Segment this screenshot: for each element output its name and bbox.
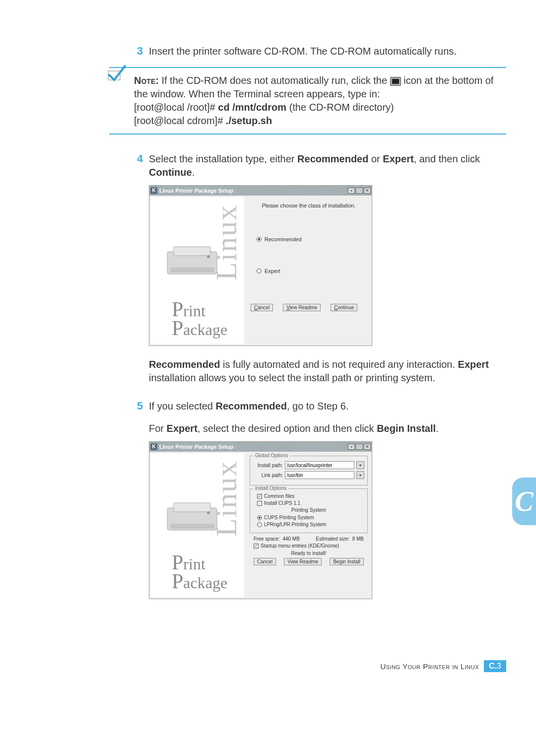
install-path-label: Install path: [253, 463, 283, 468]
step-4-text: Select the installation type, either Rec… [149, 152, 506, 179]
page-number: C.3 [484, 660, 506, 672]
cancel-button[interactable]: Cancel [254, 558, 276, 565]
titlebar-2: K Linux Printer Package Setup ▪ □ ✕ [149, 442, 372, 452]
minimize-icon[interactable]: ▪ [348, 188, 355, 194]
ready-to-install-label: Ready to install! [250, 550, 368, 556]
radio-recommended[interactable]: Recommended [257, 236, 367, 242]
step-3-text: Insert the printer software CD-ROM. The … [149, 45, 457, 58]
side-panel-1: Linux Print Package [151, 197, 244, 344]
main-panel-2: Global Options Install path: ▾ Link path… [246, 452, 372, 599]
page-footer: Using Your Printer in Linux C.3 [380, 660, 506, 672]
step-3-number: 3 [134, 45, 149, 58]
link-path-field[interactable] [285, 471, 354, 479]
view-readme-button[interactable]: View Readme [284, 558, 322, 565]
checkbox-icon [254, 544, 259, 549]
link-path-label: Link path: [253, 473, 283, 478]
maximize-icon[interactable]: □ [356, 444, 363, 450]
window-title-2: Linux Printer Package Setup [159, 444, 233, 450]
checkbox-startup-entries[interactable]: Startup menu entries (KDE/Gnome) [254, 543, 368, 549]
install-path-field[interactable] [285, 461, 354, 469]
view-readme-button[interactable]: View Readme [283, 304, 321, 311]
checkbox-install-cups[interactable]: Install CUPS 1.1 [257, 500, 364, 506]
space-status-row: Free space: 440 MB Estimated size: 8 MB [254, 536, 364, 542]
note-line2-c: (the CD-ROM directory) [286, 102, 394, 113]
svg-rect-3 [171, 268, 214, 273]
note-label: Note: [134, 75, 159, 86]
k-icon: K [150, 443, 157, 450]
chevron-down-icon[interactable]: ▾ [356, 471, 364, 479]
titlebar-1: K Linux Printer Package Setup ▪ □ ✕ [149, 186, 372, 196]
checkbox-common-files[interactable]: Common files [257, 493, 364, 499]
svg-rect-7 [171, 524, 214, 529]
radio-icon [257, 269, 262, 274]
chevron-down-icon[interactable]: ▾ [356, 461, 364, 469]
minimize-icon[interactable]: ▪ [348, 444, 355, 450]
begin-install-button[interactable]: Begin Install [330, 558, 363, 565]
radio-icon-selected [257, 237, 262, 242]
main-panel-1: Please choose the class of installation.… [246, 196, 372, 345]
window-title-1: Linux Printer Package Setup [159, 188, 233, 194]
printing-system-label: Printing System [253, 507, 364, 513]
note-text-a: If the CD-ROM does not automatically run… [159, 75, 390, 86]
cancel-button[interactable]: Cancel [251, 304, 273, 311]
svg-point-8 [207, 511, 210, 514]
recommended-expert-explain: Recommended is fully automated and is no… [149, 358, 506, 385]
terminal-icon [390, 77, 401, 86]
step-5-text: If you selected Recommended, go to Step … [149, 400, 439, 435]
global-options-fieldset: Global Options Install path: ▾ Link path… [250, 456, 368, 485]
install-options-fieldset: Install Options Common files Install CUP… [250, 488, 368, 533]
step-5-number: 5 [134, 400, 149, 435]
print-package-watermark: Print Package [172, 553, 227, 591]
radio-lprng-printing-system[interactable]: LPRng/LPR Printing System [257, 522, 364, 527]
checkbox-icon [257, 494, 262, 499]
install-options-legend: Install Options [253, 485, 288, 491]
radio-icon-selected [257, 515, 262, 520]
radio-expert[interactable]: Expert [257, 268, 367, 274]
print-package-watermark: Print Package [172, 300, 227, 338]
setup-window-2: K Linux Printer Package Setup ▪ □ ✕ Linu… [149, 441, 372, 599]
note-checkmark-icon [105, 64, 127, 86]
radio-icon [257, 522, 262, 527]
note-line2-b: cd /mnt/cdrom [218, 102, 286, 113]
svg-point-4 [207, 255, 210, 258]
k-icon: K [150, 187, 157, 194]
svg-rect-2 [174, 247, 210, 256]
side-panel-2: Linux Print Package [151, 453, 244, 597]
maximize-icon[interactable]: □ [356, 188, 363, 194]
checkbox-icon [257, 501, 262, 506]
note-line3-b: ./setup.sh [226, 115, 272, 126]
close-icon[interactable]: ✕ [364, 444, 371, 450]
note-box: Note: If the CD-ROM does not automatical… [109, 67, 506, 135]
step-4-number: 4 [134, 152, 149, 179]
note-line2-a: [root@local /root]# [134, 102, 218, 113]
setup-window-1: K Linux Printer Package Setup ▪ □ ✕ Linu… [149, 185, 372, 346]
close-icon[interactable]: ✕ [364, 188, 371, 194]
install-class-message: Please choose the class of installation. [251, 203, 367, 208]
note-line3-a: [root@local cdrom]# [134, 115, 226, 126]
appendix-tab: C [512, 478, 536, 525]
radio-cups-printing-system[interactable]: CUPS Printing System [257, 515, 364, 520]
footer-text: Using Your Printer in Linux [380, 662, 479, 671]
continue-button[interactable]: Continue [331, 304, 357, 311]
svg-rect-6 [174, 503, 210, 512]
printer-icon [165, 498, 222, 535]
global-options-legend: Global Options [253, 453, 290, 458]
printer-icon [165, 242, 222, 279]
